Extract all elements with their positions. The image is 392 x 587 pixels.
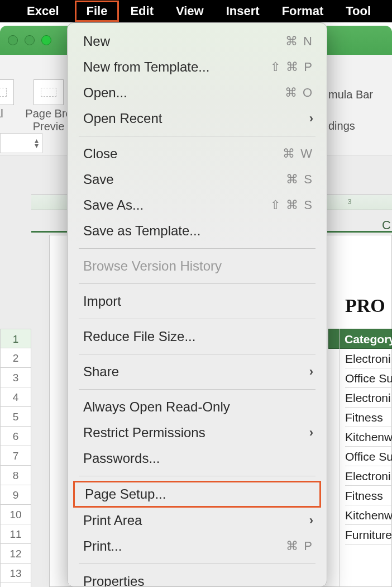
menu-separator (79, 564, 315, 564)
menu-item-label: Always Open Read-Only (83, 399, 230, 415)
menu-item-label: Page Setup... (85, 486, 166, 502)
menu-item-label: New from Template... (83, 59, 209, 75)
menu-item-label: Close (83, 146, 117, 162)
menu-item-properties[interactable]: Properties (68, 569, 327, 587)
menu-separator (79, 476, 315, 476)
menu-item-print-area[interactable]: Print Area› (68, 508, 327, 533)
normal-view-icon (0, 79, 14, 105)
menu-separator (79, 248, 315, 249)
row-header-10[interactable]: 10 (0, 505, 31, 524)
row-header-3[interactable]: 3 (0, 368, 31, 387)
menu-separator (79, 136, 315, 136)
menu-item-open[interactable]: Open...⌘ O (68, 80, 327, 106)
menu-item-label: Open... (83, 85, 127, 101)
cell-category-r9[interactable]: Fitness (345, 486, 392, 505)
row-header-8[interactable]: 8 (0, 466, 31, 485)
menu-item-shortcut: ⌘ N (285, 34, 313, 49)
menu-item-reduce-file-size[interactable]: Reduce File Size... (68, 324, 327, 349)
menu-item-label: Reduce File Size... (83, 329, 195, 344)
menubar-item-tools[interactable]: Tool (334, 1, 382, 22)
row-headers: 1 2 3 4 5 6 7 8 9 10 11 12 13 14 (0, 329, 31, 587)
name-box-stepper[interactable]: ▴ ▾ (35, 138, 39, 148)
cell-category-r5[interactable]: Fitness (345, 408, 392, 427)
menu-item-label: Restrict Permissions (83, 425, 205, 441)
chevron-right-icon: › (309, 513, 313, 528)
menu-item-new[interactable]: New⌘ N (68, 29, 327, 54)
menubar-app-name[interactable]: Excel (16, 1, 75, 22)
menu-separator (79, 354, 315, 354)
column-ruler-tick: 3 (345, 198, 354, 206)
menu-item-shortcut: ⌘ W (283, 146, 313, 161)
row-header-4[interactable]: 4 (0, 387, 31, 407)
menubar-item-view[interactable]: View (165, 1, 215, 22)
sheet-title: PRO (345, 295, 385, 316)
menu-item-passwords[interactable]: Passwords... (68, 446, 327, 471)
mac-menubar: Excel File Edit View Insert Format Tool (0, 0, 392, 22)
menu-item-save-as[interactable]: Save As...⇧ ⌘ S (68, 192, 327, 218)
table-header-category[interactable]: Category (328, 329, 392, 349)
cell-category-r2[interactable]: Electroni (345, 349, 392, 368)
menu-item-shortcut: ⇧ ⌘ S (270, 198, 313, 212)
menu-item-label: Browse Version History (83, 258, 222, 274)
menubar-item-file[interactable]: File (75, 1, 119, 22)
menu-item-label: Save (83, 172, 114, 187)
menu-item-shortcut: ⌘ S (286, 172, 313, 187)
ribbon-headings-label: dings (328, 120, 355, 132)
menu-item-open-recent[interactable]: Open Recent› (68, 106, 327, 131)
row-header-12[interactable]: 12 (0, 544, 31, 564)
row-header-7[interactable]: 7 (0, 446, 31, 466)
cell-category-r3[interactable]: Office Su (345, 368, 392, 388)
col-sep-b (340, 329, 340, 587)
menu-item-label: Print Area (83, 513, 142, 528)
menu-item-save-as-template[interactable]: Save as Template... (68, 218, 327, 244)
menu-item-label: New (83, 34, 110, 49)
menu-separator (79, 283, 315, 284)
menu-item-label: Properties (83, 574, 144, 587)
menubar-item-edit[interactable]: Edit (119, 1, 165, 22)
row-header-14[interactable]: 14 (0, 583, 31, 587)
traffic-light-close[interactable] (8, 35, 18, 45)
row-header-13[interactable]: 13 (0, 564, 31, 583)
chevron-down-icon[interactable]: ▾ (35, 143, 39, 148)
row-header-11[interactable]: 11 (0, 524, 31, 544)
row-header-6[interactable]: 6 (0, 427, 31, 446)
menu-item-page-setup[interactable]: Page Setup... (73, 481, 321, 508)
menubar-item-insert[interactable]: Insert (215, 1, 271, 22)
row-header-9[interactable]: 9 (0, 485, 31, 505)
menu-item-shortcut: ⌘ P (286, 539, 313, 553)
name-box[interactable]: ▴ ▾ (0, 133, 42, 153)
ribbon-formula-bar-label: mula Bar (328, 88, 373, 101)
menu-item-new-from-template[interactable]: New from Template...⇧ ⌘ P (68, 54, 327, 80)
cell-category-r11[interactable]: Furniture (345, 525, 392, 545)
cell-category-r10[interactable]: Kitchenw (345, 505, 392, 525)
menu-item-save[interactable]: Save⌘ S (68, 167, 327, 192)
traffic-light-minimize[interactable] (25, 35, 35, 45)
cell-category-r7[interactable]: Office Su (345, 447, 392, 466)
ribbon-normal-view[interactable]: al (0, 79, 19, 120)
file-menu-dropdown: New⌘ NNew from Template...⇧ ⌘ POpen...⌘ … (67, 22, 327, 587)
chevron-right-icon: › (309, 425, 313, 440)
menu-item-label: Share (83, 364, 119, 380)
row-header-5[interactable]: 5 (0, 407, 31, 427)
menu-item-browse-version-history: Browse Version History (68, 253, 327, 279)
ribbon-label-normal: al (0, 107, 19, 120)
menu-item-print[interactable]: Print...⌘ P (68, 533, 327, 559)
menu-item-restrict-permissions[interactable]: Restrict Permissions› (68, 420, 327, 446)
row-header-1[interactable]: 1 (0, 329, 31, 348)
menubar-item-format[interactable]: Format (271, 1, 335, 22)
chevron-right-icon: › (309, 364, 313, 379)
menu-item-import[interactable]: Import (68, 288, 327, 314)
menu-item-close[interactable]: Close⌘ W (68, 141, 327, 167)
page-break-preview-icon (34, 79, 64, 105)
cell-category-r4[interactable]: Electroni (345, 388, 392, 408)
row-header-2[interactable]: 2 (0, 348, 31, 368)
cell-category-r6[interactable]: Kitchenw (345, 427, 392, 447)
traffic-light-zoom[interactable] (41, 35, 51, 45)
menu-separator (79, 319, 315, 319)
chevron-right-icon: › (309, 111, 313, 126)
menu-item-shortcut: ⇧ ⌘ P (270, 60, 313, 74)
menu-item-share[interactable]: Share› (68, 359, 327, 385)
menu-item-always-open-read-only[interactable]: Always Open Read-Only (68, 394, 327, 420)
menu-item-label: Save as Template... (83, 223, 200, 239)
cell-category-r8[interactable]: Electroni (345, 466, 392, 486)
